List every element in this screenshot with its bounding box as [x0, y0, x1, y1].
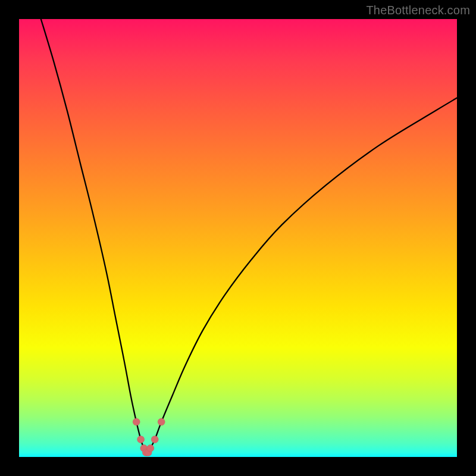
curve-layer	[19, 19, 457, 457]
highlight-marker	[133, 418, 140, 425]
highlight-marker	[147, 444, 154, 452]
bottleneck-curve-path	[41, 19, 457, 453]
highlight-marker	[137, 436, 145, 443]
plot-area	[19, 19, 457, 457]
highlight-marker	[158, 418, 165, 425]
marker-group	[133, 418, 165, 456]
chart-frame: TheBottleneck.com	[0, 0, 476, 476]
watermark-text: TheBottleneck.com	[366, 4, 470, 17]
highlight-marker	[151, 436, 158, 443]
